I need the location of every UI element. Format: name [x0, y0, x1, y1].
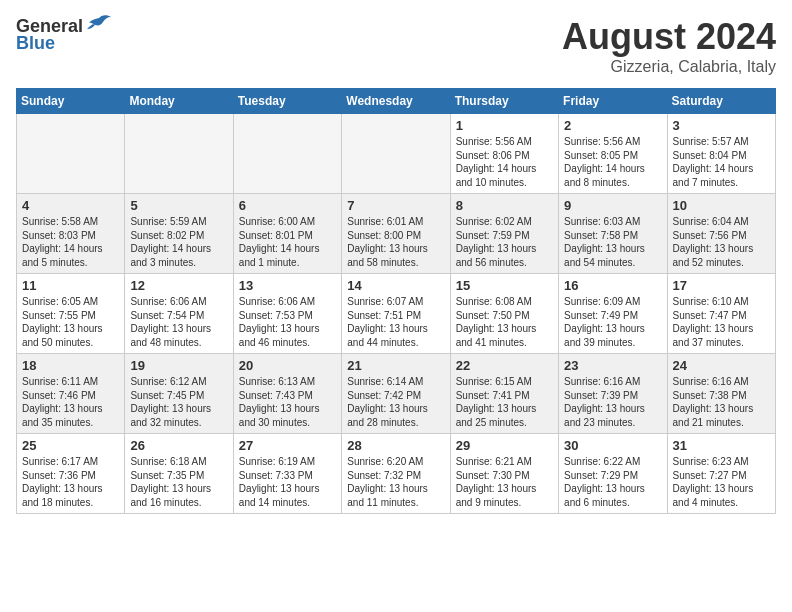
weekday-header-wednesday: Wednesday — [342, 89, 450, 114]
day-info: Sunrise: 6:06 AM Sunset: 7:53 PM Dayligh… — [239, 295, 336, 349]
calendar-cell — [342, 114, 450, 194]
day-number: 4 — [22, 198, 119, 213]
day-info: Sunrise: 6:23 AM Sunset: 7:27 PM Dayligh… — [673, 455, 770, 509]
calendar-cell: 11Sunrise: 6:05 AM Sunset: 7:55 PM Dayli… — [17, 274, 125, 354]
calendar-cell: 18Sunrise: 6:11 AM Sunset: 7:46 PM Dayli… — [17, 354, 125, 434]
day-info: Sunrise: 6:14 AM Sunset: 7:42 PM Dayligh… — [347, 375, 444, 429]
day-info: Sunrise: 6:22 AM Sunset: 7:29 PM Dayligh… — [564, 455, 661, 509]
day-info: Sunrise: 6:02 AM Sunset: 7:59 PM Dayligh… — [456, 215, 553, 269]
calendar-cell: 6Sunrise: 6:00 AM Sunset: 8:01 PM Daylig… — [233, 194, 341, 274]
day-number: 14 — [347, 278, 444, 293]
weekday-header-row: SundayMondayTuesdayWednesdayThursdayFrid… — [17, 89, 776, 114]
day-info: Sunrise: 5:59 AM Sunset: 8:02 PM Dayligh… — [130, 215, 227, 269]
day-number: 20 — [239, 358, 336, 373]
day-number: 12 — [130, 278, 227, 293]
day-number: 1 — [456, 118, 553, 133]
day-info: Sunrise: 6:11 AM Sunset: 7:46 PM Dayligh… — [22, 375, 119, 429]
calendar-cell: 25Sunrise: 6:17 AM Sunset: 7:36 PM Dayli… — [17, 434, 125, 514]
day-info: Sunrise: 6:07 AM Sunset: 7:51 PM Dayligh… — [347, 295, 444, 349]
weekday-header-friday: Friday — [559, 89, 667, 114]
page-header: General Blue August 2024 Gizzeria, Calab… — [16, 16, 776, 76]
logo-bird-icon — [85, 14, 113, 36]
calendar-cell: 16Sunrise: 6:09 AM Sunset: 7:49 PM Dayli… — [559, 274, 667, 354]
week-row-4: 18Sunrise: 6:11 AM Sunset: 7:46 PM Dayli… — [17, 354, 776, 434]
day-info: Sunrise: 6:19 AM Sunset: 7:33 PM Dayligh… — [239, 455, 336, 509]
day-number: 13 — [239, 278, 336, 293]
logo: General Blue — [16, 16, 113, 54]
calendar-cell: 29Sunrise: 6:21 AM Sunset: 7:30 PM Dayli… — [450, 434, 558, 514]
day-info: Sunrise: 6:00 AM Sunset: 8:01 PM Dayligh… — [239, 215, 336, 269]
day-number: 24 — [673, 358, 770, 373]
day-number: 16 — [564, 278, 661, 293]
day-number: 15 — [456, 278, 553, 293]
calendar-cell: 12Sunrise: 6:06 AM Sunset: 7:54 PM Dayli… — [125, 274, 233, 354]
day-number: 11 — [22, 278, 119, 293]
day-info: Sunrise: 6:03 AM Sunset: 7:58 PM Dayligh… — [564, 215, 661, 269]
week-row-1: 1Sunrise: 5:56 AM Sunset: 8:06 PM Daylig… — [17, 114, 776, 194]
weekday-header-tuesday: Tuesday — [233, 89, 341, 114]
day-number: 26 — [130, 438, 227, 453]
day-number: 23 — [564, 358, 661, 373]
day-info: Sunrise: 6:04 AM Sunset: 7:56 PM Dayligh… — [673, 215, 770, 269]
calendar-cell: 3Sunrise: 5:57 AM Sunset: 8:04 PM Daylig… — [667, 114, 775, 194]
calendar-cell: 23Sunrise: 6:16 AM Sunset: 7:39 PM Dayli… — [559, 354, 667, 434]
logo-blue-text: Blue — [16, 33, 55, 54]
calendar-cell: 2Sunrise: 5:56 AM Sunset: 8:05 PM Daylig… — [559, 114, 667, 194]
calendar-cell: 21Sunrise: 6:14 AM Sunset: 7:42 PM Dayli… — [342, 354, 450, 434]
calendar-table: SundayMondayTuesdayWednesdayThursdayFrid… — [16, 88, 776, 514]
calendar-cell — [125, 114, 233, 194]
calendar-cell: 8Sunrise: 6:02 AM Sunset: 7:59 PM Daylig… — [450, 194, 558, 274]
calendar-cell: 22Sunrise: 6:15 AM Sunset: 7:41 PM Dayli… — [450, 354, 558, 434]
week-row-2: 4Sunrise: 5:58 AM Sunset: 8:03 PM Daylig… — [17, 194, 776, 274]
day-number: 28 — [347, 438, 444, 453]
calendar-cell: 5Sunrise: 5:59 AM Sunset: 8:02 PM Daylig… — [125, 194, 233, 274]
day-info: Sunrise: 6:10 AM Sunset: 7:47 PM Dayligh… — [673, 295, 770, 349]
title-block: August 2024 Gizzeria, Calabria, Italy — [562, 16, 776, 76]
day-info: Sunrise: 6:20 AM Sunset: 7:32 PM Dayligh… — [347, 455, 444, 509]
calendar-cell: 30Sunrise: 6:22 AM Sunset: 7:29 PM Dayli… — [559, 434, 667, 514]
day-number: 25 — [22, 438, 119, 453]
day-info: Sunrise: 6:15 AM Sunset: 7:41 PM Dayligh… — [456, 375, 553, 429]
day-info: Sunrise: 6:05 AM Sunset: 7:55 PM Dayligh… — [22, 295, 119, 349]
day-number: 9 — [564, 198, 661, 213]
day-info: Sunrise: 6:12 AM Sunset: 7:45 PM Dayligh… — [130, 375, 227, 429]
weekday-header-monday: Monday — [125, 89, 233, 114]
calendar-cell: 10Sunrise: 6:04 AM Sunset: 7:56 PM Dayli… — [667, 194, 775, 274]
calendar-cell: 20Sunrise: 6:13 AM Sunset: 7:43 PM Dayli… — [233, 354, 341, 434]
day-info: Sunrise: 6:06 AM Sunset: 7:54 PM Dayligh… — [130, 295, 227, 349]
day-info: Sunrise: 6:18 AM Sunset: 7:35 PM Dayligh… — [130, 455, 227, 509]
calendar-cell: 24Sunrise: 6:16 AM Sunset: 7:38 PM Dayli… — [667, 354, 775, 434]
calendar-cell: 7Sunrise: 6:01 AM Sunset: 8:00 PM Daylig… — [342, 194, 450, 274]
day-number: 7 — [347, 198, 444, 213]
day-number: 22 — [456, 358, 553, 373]
calendar-cell: 19Sunrise: 6:12 AM Sunset: 7:45 PM Dayli… — [125, 354, 233, 434]
day-info: Sunrise: 6:13 AM Sunset: 7:43 PM Dayligh… — [239, 375, 336, 429]
day-number: 21 — [347, 358, 444, 373]
day-info: Sunrise: 5:56 AM Sunset: 8:05 PM Dayligh… — [564, 135, 661, 189]
day-number: 2 — [564, 118, 661, 133]
day-number: 31 — [673, 438, 770, 453]
day-number: 5 — [130, 198, 227, 213]
calendar-cell — [17, 114, 125, 194]
day-number: 27 — [239, 438, 336, 453]
calendar-cell: 26Sunrise: 6:18 AM Sunset: 7:35 PM Dayli… — [125, 434, 233, 514]
calendar-cell: 27Sunrise: 6:19 AM Sunset: 7:33 PM Dayli… — [233, 434, 341, 514]
day-number: 19 — [130, 358, 227, 373]
calendar-cell: 14Sunrise: 6:07 AM Sunset: 7:51 PM Dayli… — [342, 274, 450, 354]
day-number: 18 — [22, 358, 119, 373]
week-row-5: 25Sunrise: 6:17 AM Sunset: 7:36 PM Dayli… — [17, 434, 776, 514]
calendar-cell — [233, 114, 341, 194]
day-info: Sunrise: 6:16 AM Sunset: 7:38 PM Dayligh… — [673, 375, 770, 429]
calendar-cell: 28Sunrise: 6:20 AM Sunset: 7:32 PM Dayli… — [342, 434, 450, 514]
calendar-cell: 4Sunrise: 5:58 AM Sunset: 8:03 PM Daylig… — [17, 194, 125, 274]
day-info: Sunrise: 6:21 AM Sunset: 7:30 PM Dayligh… — [456, 455, 553, 509]
weekday-header-saturday: Saturday — [667, 89, 775, 114]
calendar-cell: 31Sunrise: 6:23 AM Sunset: 7:27 PM Dayli… — [667, 434, 775, 514]
calendar-cell: 1Sunrise: 5:56 AM Sunset: 8:06 PM Daylig… — [450, 114, 558, 194]
day-number: 3 — [673, 118, 770, 133]
calendar-cell: 17Sunrise: 6:10 AM Sunset: 7:47 PM Dayli… — [667, 274, 775, 354]
day-number: 10 — [673, 198, 770, 213]
day-number: 8 — [456, 198, 553, 213]
day-info: Sunrise: 6:17 AM Sunset: 7:36 PM Dayligh… — [22, 455, 119, 509]
day-info: Sunrise: 6:08 AM Sunset: 7:50 PM Dayligh… — [456, 295, 553, 349]
